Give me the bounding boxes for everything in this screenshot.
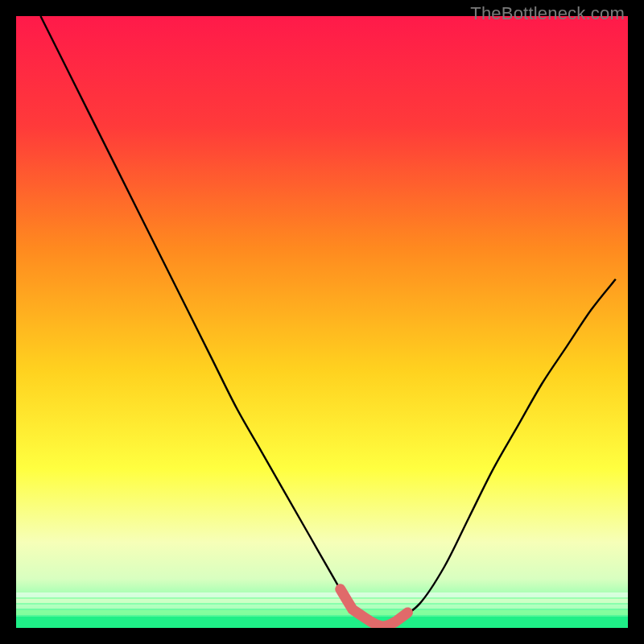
svg-rect-0: [16, 592, 628, 597]
svg-rect-3: [16, 610, 628, 615]
watermark-text: TheBottleneck.com: [470, 3, 625, 24]
svg-rect-2: [16, 605, 628, 609]
svg-rect-4: [16, 617, 628, 628]
svg-rect-1: [16, 599, 628, 603]
bottleneck-plot: [16, 16, 628, 628]
chart-frame: [16, 16, 628, 628]
heatmap-background: [16, 16, 628, 628]
